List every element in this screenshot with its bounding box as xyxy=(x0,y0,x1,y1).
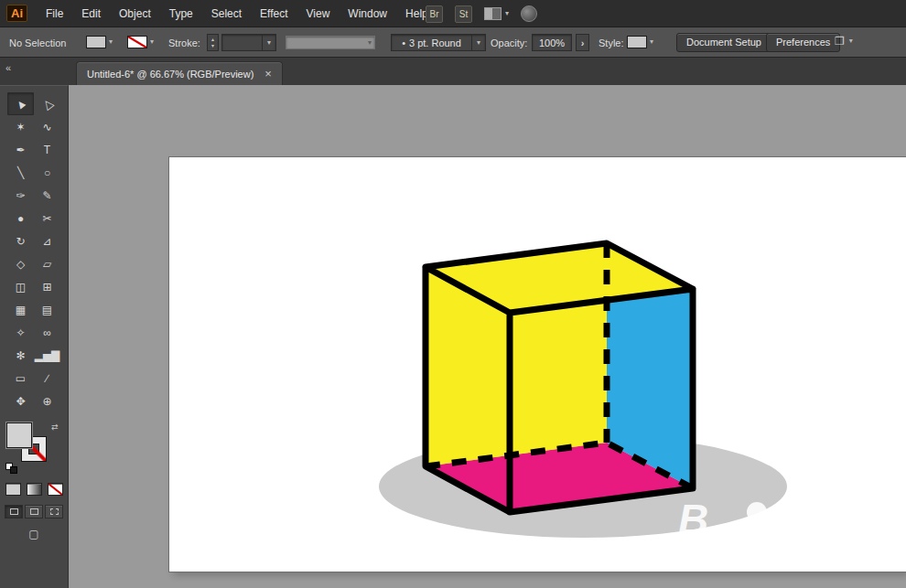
pencil-tool[interactable]: ✎ xyxy=(34,184,60,207)
blend-tool[interactable]: ∞ xyxy=(34,321,60,344)
scale-tool[interactable]: ⊿ xyxy=(34,230,60,252)
style-swatch[interactable] xyxy=(627,36,647,48)
stroke-none-swatch[interactable] xyxy=(127,36,147,48)
stroke-weight-dropdown[interactable]: ▾ xyxy=(221,34,276,51)
rotate-tool[interactable]: ↻ xyxy=(7,230,34,252)
draw-normal-button[interactable] xyxy=(5,505,23,519)
gradient-button[interactable] xyxy=(27,483,42,496)
panel-icon: ❐ xyxy=(835,35,845,48)
workspace-switcher[interactable]: ▾ xyxy=(484,7,509,20)
scissors-tool[interactable]: ✂ xyxy=(34,207,60,230)
pencil-tool-icon: ✎ xyxy=(42,189,51,202)
none-slash-icon xyxy=(128,37,146,48)
menu-bar-right: Br St ▾ xyxy=(426,0,537,27)
eyedropper-tool[interactable]: ✧ xyxy=(7,321,34,344)
canvas-area[interactable]: B xyxy=(69,85,906,588)
style-control[interactable]: ▾ xyxy=(627,36,653,48)
blob-brush-tool[interactable]: ● xyxy=(7,207,34,230)
preferences-button[interactable]: Preferences xyxy=(766,33,840,52)
fill-color-control[interactable]: ▾ xyxy=(86,36,113,48)
pen-tool[interactable]: ✒ xyxy=(7,138,34,161)
symbol-sprayer-tool[interactable]: ✻ xyxy=(7,344,34,367)
zoom-tool[interactable]: ⊕ xyxy=(34,390,60,412)
stepper-up-icon[interactable]: ▴ xyxy=(211,37,214,43)
artboard[interactable]: B xyxy=(169,157,906,572)
selection-tool[interactable]: ▲ xyxy=(7,92,34,115)
fill-swatch[interactable] xyxy=(86,36,106,48)
draw-behind-button[interactable] xyxy=(25,505,43,519)
stepper-down-icon[interactable]: ▾ xyxy=(211,43,214,49)
stock-icon[interactable]: St xyxy=(455,5,472,23)
none-slash-icon xyxy=(49,484,62,495)
slice-tool-icon: ∕ xyxy=(46,372,48,385)
menu-window[interactable]: Window xyxy=(339,0,396,27)
shape-builder-tool-icon: ◫ xyxy=(16,281,26,294)
direct-selection-tool[interactable]: △ xyxy=(34,92,60,115)
draw-inside-icon xyxy=(50,508,59,515)
chevron-down-icon[interactable]: ▾ xyxy=(109,38,113,46)
menu-file[interactable]: File xyxy=(37,0,72,27)
column-graph-tool[interactable]: ▂▅▇ xyxy=(34,344,60,367)
style-label: Style: xyxy=(599,37,624,48)
cs-live-icon[interactable] xyxy=(521,5,537,22)
arrange-documents-control[interactable]: ❐ ▾ xyxy=(835,35,853,48)
mesh-tool[interactable]: ▦ xyxy=(7,298,34,321)
gradient-tool[interactable]: ▤ xyxy=(34,298,60,321)
chevron-down-icon[interactable]: ▾ xyxy=(650,38,653,46)
type-tool-icon: T xyxy=(44,144,50,156)
fill-indicator[interactable] xyxy=(6,422,32,448)
perspective-grid-tool[interactable]: ⊞ xyxy=(34,275,60,298)
opacity-field[interactable]: 100% xyxy=(532,34,572,51)
artboard-tool-icon: ▭ xyxy=(16,372,26,385)
menu-items: FileEditObjectTypeSelectEffectViewWindow… xyxy=(37,0,437,27)
slice-tool[interactable]: ∕ xyxy=(34,367,60,390)
swap-fill-stroke-icon[interactable]: ⇄ xyxy=(51,422,59,432)
ellipse-tool[interactable]: ○ xyxy=(34,161,60,184)
width-tool[interactable]: ◇ xyxy=(7,252,34,275)
scissors-tool-icon: ✂ xyxy=(42,212,51,225)
menu-view[interactable]: View xyxy=(297,0,340,27)
bridge-icon[interactable]: Br xyxy=(426,5,443,23)
rotate-tool-icon: ↻ xyxy=(16,235,25,248)
collapse-panel-icon[interactable]: « xyxy=(5,62,11,73)
document-tab[interactable]: Untitled-6* @ 66.67% (RGB/Preview) × xyxy=(76,61,283,85)
illustrator-window: Ai FileEditObjectTypeSelectEffectViewWin… xyxy=(0,0,906,588)
magic-wand-tool[interactable]: ✶ xyxy=(7,115,34,138)
direct-selection-tool-icon: △ xyxy=(39,96,55,112)
screen-mode-button[interactable]: ▢ xyxy=(22,527,46,541)
menu-edit[interactable]: Edit xyxy=(72,0,110,27)
chevron-down-icon: ▾ xyxy=(267,39,271,47)
stroke-weight-stepper[interactable]: ▴ ▾ xyxy=(207,34,219,51)
chevron-down-icon: ▾ xyxy=(849,37,853,45)
none-button[interactable] xyxy=(48,483,63,496)
chevron-down-icon: ▾ xyxy=(505,10,509,17)
watermark-blob xyxy=(779,513,793,528)
menu-effect[interactable]: Effect xyxy=(251,0,297,27)
artboard-tool[interactable]: ▭ xyxy=(7,367,34,390)
draw-inside-button[interactable] xyxy=(45,505,63,519)
menu-type[interactable]: Type xyxy=(160,0,202,27)
cube-artwork: B xyxy=(169,157,906,572)
stroke-color-control[interactable]: ▾ xyxy=(127,36,154,48)
hand-tool[interactable]: ✥ xyxy=(7,390,34,412)
brush-dropdown[interactable]: • 3 pt. Round ▾ xyxy=(391,34,486,51)
lasso-tool[interactable]: ∿ xyxy=(34,115,60,138)
chevron-down-icon[interactable]: ▾ xyxy=(150,38,154,46)
document-setup-button[interactable]: Document Setup xyxy=(676,33,771,52)
paintbrush-tool[interactable]: ✑ xyxy=(7,184,34,207)
line-segment-tool[interactable]: ╲ xyxy=(7,161,34,184)
document-tab-bar: « Untitled-6* @ 66.67% (RGB/Preview) × xyxy=(0,58,906,85)
type-tool[interactable]: T xyxy=(34,138,60,161)
color-button[interactable] xyxy=(5,483,21,496)
watermark-text: B xyxy=(678,496,708,543)
default-fill-stroke-icon[interactable] xyxy=(5,463,20,476)
menu-object[interactable]: Object xyxy=(110,0,160,27)
close-icon[interactable]: × xyxy=(264,68,272,80)
workspace-icon xyxy=(484,7,502,20)
menu-select[interactable]: Select xyxy=(202,0,251,27)
shape-builder-tool[interactable]: ◫ xyxy=(7,275,34,298)
free-transform-tool[interactable]: ▱ xyxy=(34,252,60,275)
mesh-tool-icon: ▦ xyxy=(16,304,26,316)
opacity-flyout-button[interactable]: › xyxy=(576,34,589,51)
perspective-grid-tool-icon: ⊞ xyxy=(42,281,51,294)
